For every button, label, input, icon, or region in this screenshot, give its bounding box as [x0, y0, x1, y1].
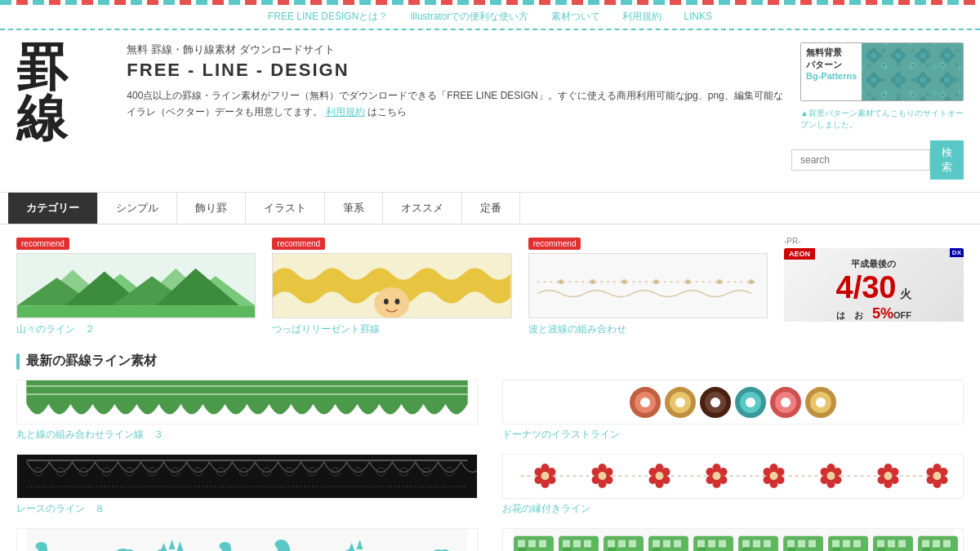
- recommend-badge-3: recommend: [528, 238, 581, 250]
- material-item-5: （恐竜ライン）: [16, 528, 478, 551]
- pr-advertisement[interactable]: AEON 平成最後の 4/30 火 は お 5%OFF DX: [784, 248, 964, 322]
- svg-rect-117: [518, 540, 526, 548]
- svg-rect-8: [862, 43, 963, 100]
- svg-point-31: [749, 279, 754, 284]
- donut-2: [665, 387, 696, 418]
- donut-3: [700, 387, 731, 418]
- material-caption-2[interactable]: ドーナツのイラストライン: [502, 428, 964, 442]
- category-item-illust[interactable]: イラスト: [246, 193, 325, 224]
- recommend-item-2: recommend つっぱりリーゼント罫線: [272, 237, 511, 336]
- terms-link[interactable]: 利用規約: [326, 106, 365, 118]
- nav-link-illustrator[interactable]: illustratorでの便利な使い方: [411, 11, 529, 22]
- donut-6: [805, 387, 836, 418]
- material-image-flowers[interactable]: [502, 454, 964, 499]
- material-caption-1[interactable]: 丸と線の組み合わせライン線 ３: [16, 428, 478, 442]
- recommend-image-wave[interactable]: [528, 253, 768, 318]
- nav-link-terms[interactable]: 利用規約: [622, 11, 662, 22]
- recommend-image-regent[interactable]: [272, 253, 511, 318]
- nav-link-about[interactable]: FREE LINE DESIGNとは？: [268, 11, 388, 22]
- svg-rect-33: [27, 404, 468, 424]
- category-item-osusume[interactable]: オススメ: [383, 193, 462, 224]
- recommend-badge-1: recommend: [16, 238, 69, 250]
- pr-box: -PR- AEON 平成最後の 4/30 火 は お 5%OFF DX: [784, 237, 964, 322]
- logo-subtitle: 無料 罫線・飾り線素材 ダウンロードサイト: [127, 42, 791, 57]
- recommend-item-3: recommend: [528, 237, 768, 336]
- recommend-section: recommend 山々のライン ２: [16, 237, 964, 336]
- recommend-caption-3[interactable]: 波と波線の組み合わせ: [528, 322, 768, 336]
- recommend-item-1: recommend 山々のライン ２: [16, 237, 256, 336]
- svg-point-29: [685, 279, 690, 284]
- nav-link-materials[interactable]: 素材ついて: [551, 11, 600, 22]
- donut-1: [630, 387, 661, 418]
- recommend-caption-2[interactable]: つっぱりリーゼント罫線: [272, 322, 511, 336]
- donuts-row: [626, 383, 840, 422]
- svg-rect-118: [528, 540, 537, 548]
- material-image-trains[interactable]: [502, 528, 964, 551]
- search-button[interactable]: 検索: [930, 140, 964, 180]
- material-image-dinos[interactable]: [16, 528, 478, 551]
- donut-5: [770, 387, 801, 418]
- material-image-circles[interactable]: [16, 380, 478, 424]
- donut-4: [735, 387, 766, 418]
- material-caption-4[interactable]: お花の縁付きライン: [502, 502, 964, 516]
- svg-point-22: [395, 299, 400, 304]
- header-left: 罫 線 無料 罫線・飾り線素材 ダウンロードサイト FREE - LINE - …: [16, 42, 791, 144]
- description: 400点以上の罫線・ライン素材がフリー（無料）でダウンロードできる「FREE L…: [127, 87, 791, 121]
- material-item-2: ドーナツのイラストライン: [502, 380, 964, 442]
- description-text: 400点以上の罫線・ライン素材がフリー（無料）でダウンロードできる「FREE L…: [127, 90, 782, 118]
- category-item-simple[interactable]: シンプル: [98, 193, 177, 224]
- logo-text-block: 無料 罫線・飾り線素材 ダウンロードサイト FREE - LINE - DESI…: [127, 42, 791, 121]
- svg-point-27: [621, 279, 626, 284]
- pr-label: -PR-: [784, 237, 964, 246]
- header: 罫 線 無料 罫線・飾り線素材 ダウンロードサイト FREE - LINE - …: [0, 30, 980, 193]
- category-item-kazari[interactable]: 飾り罫: [177, 193, 246, 224]
- category-item-teiban[interactable]: 定番: [462, 193, 520, 224]
- new-section-title-text: 最新の罫線ライン素材: [26, 353, 157, 370]
- svg-rect-120: [519, 548, 526, 551]
- svg-point-70: [36, 542, 47, 550]
- svg-point-66: [541, 472, 550, 480]
- recommend-badge-2: recommend: [272, 238, 325, 250]
- svg-rect-18: [17, 305, 255, 318]
- svg-point-25: [559, 279, 564, 284]
- search-bar: 検索: [791, 140, 964, 180]
- svg-point-20: [375, 287, 410, 318]
- recommend-caption-1[interactable]: 山々のライン ２: [16, 322, 256, 336]
- material-item-6: （電車ライン）: [502, 528, 964, 551]
- svg-point-26: [590, 279, 595, 284]
- bg-patterns-image: [862, 43, 963, 100]
- main-content: recommend 山々のライン ２: [0, 224, 980, 551]
- logo-kanji: 罫 線: [16, 42, 114, 144]
- svg-point-92: [220, 542, 231, 550]
- material-item-1: 丸と線の組み合わせライン線 ３: [16, 380, 478, 442]
- bg-patterns-caption: ▲背景パターン素材てんこもりのサイトオープンしました。: [800, 106, 964, 132]
- svg-point-28: [653, 279, 658, 284]
- material-item-4: お花の縁付きライン: [502, 454, 964, 516]
- material-image-donuts[interactable]: [502, 380, 964, 424]
- category-item-all[interactable]: カテゴリー: [8, 193, 98, 224]
- svg-rect-67: [27, 528, 468, 551]
- material-image-lace[interactable]: [16, 454, 478, 499]
- new-materials-grid: 丸と線の組み合わせライン線 ３ ドーナツのイラストライン: [16, 380, 964, 551]
- category-item-fude[interactable]: 筆系: [325, 193, 383, 224]
- svg-rect-7: [862, 43, 963, 100]
- top-navigation: FREE LINE DESIGNとは？ illustratorでの便利な使い方 …: [0, 5, 980, 30]
- search-input[interactable]: [791, 149, 930, 171]
- material-caption-3[interactable]: レースのライン ８: [16, 502, 478, 516]
- svg-point-98: [275, 540, 288, 549]
- category-navigation: カテゴリー シンプル 飾り罫 イラスト 筆系 オススメ 定番: [0, 193, 980, 224]
- svg-rect-119: [539, 540, 547, 548]
- header-right: 無料背景 パターン Bg-Patterns: [791, 42, 964, 180]
- material-item-3: レースのライン ８: [16, 454, 478, 516]
- svg-point-30: [717, 279, 722, 284]
- nav-link-links[interactable]: LINKS: [684, 11, 712, 22]
- bg-patterns-label: 無料背景 パターン Bg-Patterns: [801, 43, 862, 100]
- svg-point-21: [384, 299, 389, 304]
- logo-title: FREE - LINE - DESIGN: [127, 60, 791, 81]
- svg-rect-23: [529, 254, 767, 318]
- recommend-image-mountains[interactable]: [16, 253, 256, 318]
- bg-patterns-box[interactable]: 無料背景 パターン Bg-Patterns: [800, 42, 964, 101]
- terms-link-suffix: はこちら: [368, 106, 407, 118]
- new-section-title: 最新の罫線ライン素材: [16, 353, 964, 370]
